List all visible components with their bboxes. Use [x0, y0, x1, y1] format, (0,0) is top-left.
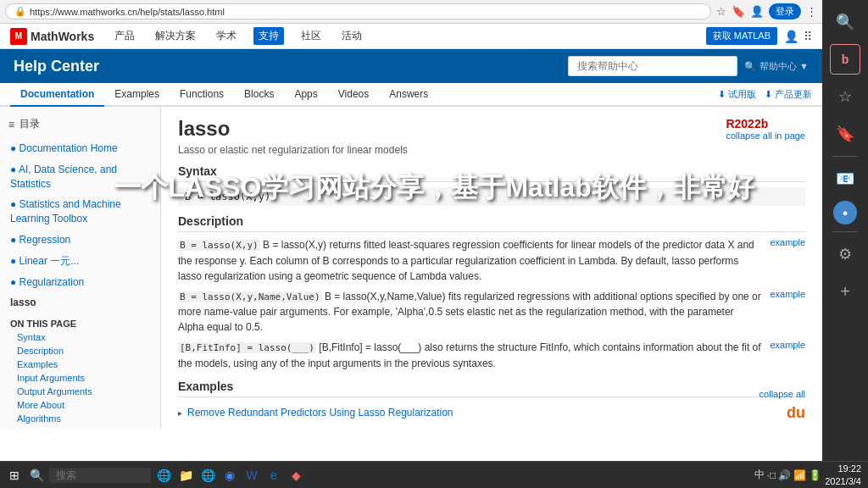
- taskbar-app-chrome[interactable]: ◉: [220, 466, 239, 485]
- url-text: https://www.mathworks.cn/help/stats/lass…: [30, 7, 225, 17]
- tab-videos[interactable]: Videos: [328, 83, 379, 107]
- taskbar-time-value: 19:22: [825, 463, 861, 474]
- syntax-line1: B = lasso(X,y): [178, 187, 805, 206]
- taskbar-network-icon[interactable]: 📶: [793, 469, 806, 481]
- account-icon[interactable]: 👤: [750, 5, 764, 18]
- taskbar-date-value: 2021/3/4: [825, 475, 861, 487]
- nav-community[interactable]: 社区: [298, 27, 325, 45]
- mathworks-header-right: 获取 MATLAB 👤 ⠿: [706, 27, 812, 45]
- taskbar-tray-icons: 中 ·□ 🔊 📶 🔋: [754, 468, 822, 482]
- user-icon[interactable]: 👤: [784, 30, 798, 43]
- search-icon-taskbar[interactable]: 🔍: [27, 466, 46, 485]
- right-panel-star[interactable]: ☆: [830, 81, 860, 112]
- nav-academia[interactable]: 学术: [213, 27, 240, 45]
- content-area: lasso R2022b collapse all in page Lasso …: [161, 107, 822, 429]
- taskbar-lang-icon[interactable]: 中: [754, 468, 765, 482]
- sidebar-sub-references[interactable]: References: [0, 425, 160, 429]
- nav-activities[interactable]: 活动: [338, 27, 365, 45]
- desc-text-1: B = lasso(X,y) B = lasso(X,y) returns fi…: [178, 237, 761, 284]
- taskbar-app-2[interactable]: 📁: [176, 466, 195, 485]
- url-bar[interactable]: 🔒 https://www.mathworks.cn/help/stats/la…: [5, 3, 711, 19]
- taskbar-app-edge[interactable]: e: [264, 466, 283, 485]
- description-heading: Description: [178, 214, 805, 232]
- tab-blocks[interactable]: Blocks: [234, 83, 284, 107]
- lock-icon: 🔒: [14, 6, 26, 17]
- trial-version-btn[interactable]: ⬇ 试用版: [718, 88, 756, 101]
- tab-functions[interactable]: Functions: [170, 83, 234, 107]
- header-right-icons: 👤 ⠿: [784, 30, 812, 43]
- content-header: lasso R2022b collapse all in page: [178, 117, 805, 141]
- browser-chrome: 🔒 https://www.mathworks.cn/help/stats/la…: [0, 0, 822, 24]
- sidebar-item-stats-toolbox[interactable]: ● Statistics and Machine Learning Toolbo…: [0, 194, 160, 230]
- sidebar-sub-input-args[interactable]: Input Arguments: [0, 371, 160, 385]
- sidebar-sub-syntax[interactable]: Syntax: [0, 330, 160, 344]
- taskbar-app-3[interactable]: 🌐: [198, 466, 217, 485]
- sidebar-menu-header[interactable]: ≡ 目录: [0, 114, 160, 135]
- example-item-1: ▸ Remove Redundant Predictors Using Lass…: [178, 404, 805, 422]
- version-badge: R2022b: [726, 117, 805, 130]
- example-title-1[interactable]: Remove Redundant Predictors Using Lasso …: [187, 407, 453, 419]
- browser-top-icons: ☆ 🔖 👤 登录 ⋮: [716, 3, 817, 19]
- collapse-all-link[interactable]: collapse all in page: [726, 130, 805, 141]
- product-update-btn[interactable]: ⬇ 产品更新: [765, 88, 812, 101]
- login-btn[interactable]: 登录: [769, 3, 801, 19]
- help-center-link[interactable]: 🔍 帮助中心 ▼: [744, 60, 809, 73]
- tab-answers[interactable]: Answers: [379, 83, 438, 107]
- tab-apps[interactable]: Apps: [284, 83, 327, 107]
- right-panel-bookmark[interactable]: 🔖: [830, 119, 860, 149]
- doc-tabs: Documentation Examples Functions Blocks …: [0, 83, 822, 107]
- sidebar-item-linear[interactable]: ● Linear 一元...: [0, 251, 160, 272]
- taskbar-dots-icon[interactable]: ·□: [767, 469, 776, 481]
- sidebar-sub-more-about[interactable]: More About: [0, 398, 160, 412]
- bookmark-icon[interactable]: 🔖: [732, 5, 745, 18]
- taskbar-battery-icon[interactable]: 🔋: [809, 469, 821, 481]
- right-panel-add[interactable]: +: [830, 276, 860, 307]
- sidebar-item-ai[interactable]: ● AI, Data Science, and Statistics: [0, 159, 160, 195]
- right-panel-email[interactable]: 📧: [830, 164, 860, 194]
- browser-top-bar: 🔒 https://www.mathworks.cn/help/stats/la…: [0, 0, 822, 23]
- collapse-all-examples[interactable]: collapse all: [760, 389, 805, 399]
- right-panel-gear[interactable]: ⚙: [830, 239, 860, 269]
- tab-documentation[interactable]: Documentation: [10, 83, 104, 107]
- right-panel-divider-1: [832, 156, 858, 157]
- example-link-2[interactable]: example: [770, 289, 805, 299]
- example-link-3[interactable]: example: [770, 340, 805, 350]
- sidebar-item-doc-home[interactable]: ● Documentation Home: [0, 138, 160, 159]
- grid-icon[interactable]: ⠿: [804, 30, 812, 43]
- page-subtitle: Lasso or elastic net regularization for …: [178, 144, 805, 156]
- nav-solutions[interactable]: 解决方案: [152, 27, 199, 45]
- get-matlab-button[interactable]: 获取 MATLAB: [706, 27, 777, 45]
- right-panel-b-icon[interactable]: b: [830, 44, 860, 75]
- mathworks-logo-icon: M: [10, 28, 27, 45]
- tab-examples[interactable]: Examples: [104, 83, 170, 107]
- taskbar-left: ⊞ 🔍 🌐 📁 🌐 ◉ W e ◆: [0, 466, 310, 485]
- right-panel: 🔍 b ☆ 🔖 📧 ● ⚙ +: [822, 0, 868, 461]
- taskbar-volume-icon[interactable]: 🔊: [778, 469, 791, 481]
- example-link-1[interactable]: example: [770, 237, 805, 247]
- right-panel-blue-circle[interactable]: ●: [833, 201, 857, 225]
- taskbar-search-input[interactable]: [49, 468, 151, 483]
- star-icon[interactable]: ☆: [716, 5, 726, 18]
- taskbar-app-matlab[interactable]: ◆: [287, 466, 305, 485]
- taskbar-clock: 19:22 2021/3/4: [825, 463, 861, 487]
- mathworks-header: M MathWorks 产品 解决方案 学术 支持 社区 活动 获取 MATLA…: [0, 24, 822, 49]
- sidebar-sub-description[interactable]: Description: [0, 344, 160, 358]
- nav-products[interactable]: 产品: [111, 27, 138, 45]
- right-panel-search[interactable]: 🔍: [830, 7, 860, 37]
- du-icon: du: [787, 404, 805, 422]
- taskbar-app-1[interactable]: 🌐: [154, 466, 173, 485]
- sidebar-item-regression[interactable]: ● Regression: [0, 230, 160, 251]
- sidebar-sub-algorithms[interactable]: Algorithms: [0, 412, 160, 425]
- expand-icon[interactable]: ▸: [178, 408, 182, 418]
- right-panel-divider-2: [832, 231, 858, 232]
- sidebar-sub-output-args[interactable]: Output Arguments: [0, 385, 160, 398]
- taskbar-app-word[interactable]: W: [242, 466, 261, 485]
- sidebar-sub-examples[interactable]: Examples: [0, 358, 160, 371]
- more-icon[interactable]: ⋮: [806, 5, 817, 18]
- sidebar-item-regularization[interactable]: ● Regularization: [0, 272, 160, 293]
- help-search-input[interactable]: [568, 56, 737, 76]
- help-link-text: 帮助中心 ▼: [760, 60, 809, 73]
- nav-support[interactable]: 支持: [253, 27, 284, 45]
- start-button[interactable]: ⊞: [5, 466, 24, 485]
- on-this-page-label: ON THIS PAGE: [0, 313, 160, 330]
